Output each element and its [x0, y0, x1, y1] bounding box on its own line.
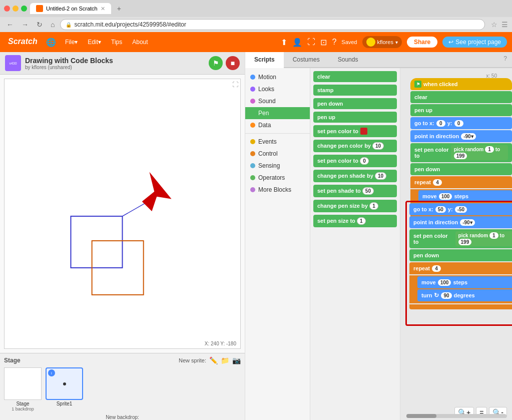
- turn2-degrees[interactable]: 90: [441, 292, 451, 299]
- share-button[interactable]: Share: [407, 37, 437, 48]
- compact-icon[interactable]: ⊡: [320, 38, 327, 47]
- block-when-clicked[interactable]: ⚑ when clicked: [410, 78, 512, 90]
- goto-y-input[interactable]: 0: [454, 120, 463, 127]
- block-pen-down2[interactable]: pen down: [409, 249, 512, 261]
- paint-sprite-icon[interactable]: ✏️: [209, 356, 218, 364]
- random2-max[interactable]: 199: [458, 239, 472, 245]
- block-move2[interactable]: move 100 steps: [417, 276, 512, 288]
- edit-menu[interactable]: Edit▾: [84, 37, 105, 48]
- change-color-input[interactable]: 10: [372, 142, 384, 150]
- tab-sounds[interactable]: Sounds: [329, 52, 367, 67]
- random-min[interactable]: 1: [485, 146, 494, 153]
- tab-costumes[interactable]: Costumes: [284, 52, 329, 67]
- help-icon[interactable]: ?: [332, 38, 336, 47]
- block-goto-0-0[interactable]: go to x: 0 y: 0: [410, 117, 512, 129]
- fullscreen-icon[interactable]: ⛶: [307, 38, 315, 47]
- category-operators[interactable]: Operators: [245, 172, 310, 184]
- person-icon[interactable]: 👤: [292, 38, 302, 47]
- move2-steps[interactable]: 100: [438, 279, 451, 286]
- palette-pen-down[interactable]: pen down: [313, 98, 397, 109]
- block-pen-up[interactable]: pen up: [410, 104, 512, 116]
- maximize-dot[interactable]: [21, 6, 27, 12]
- upload-icon[interactable]: ⬆: [281, 38, 287, 47]
- block-pen-down[interactable]: pen down: [410, 163, 512, 175]
- palette-set-pen-color[interactable]: set pen color to: [313, 125, 397, 137]
- globe-icon[interactable]: 🌐: [46, 38, 56, 47]
- set-size-input[interactable]: 1: [357, 217, 366, 225]
- menu-icon[interactable]: ☰: [501, 21, 508, 29]
- stage-thumbnail[interactable]: [4, 367, 42, 400]
- bookmark-icon[interactable]: ☆: [491, 21, 497, 29]
- block-set-pen-color[interactable]: set pen color to pick random 1 to 199: [410, 143, 512, 162]
- scrollbar-thumb[interactable]: [406, 414, 436, 418]
- camera-sprite-icon[interactable]: 📷: [232, 356, 241, 364]
- tab-close-button[interactable]: ✕: [101, 6, 105, 12]
- green-flag-button[interactable]: ⚑: [209, 56, 223, 70]
- browser-tab[interactable]: Untitled-2 on Scratch ✕: [30, 3, 111, 14]
- random2-min[interactable]: 1: [489, 232, 498, 239]
- script-area[interactable]: x: 50 y: -50 ⚑ when clicked clear pen up…: [400, 68, 512, 420]
- block-move-100[interactable]: move 100 steps: [418, 190, 512, 202]
- sprite1-thumbnail[interactable]: i: [46, 367, 83, 400]
- see-project-button[interactable]: ↩ See project page: [442, 37, 507, 48]
- tips-menu[interactable]: Tips: [107, 37, 126, 48]
- set-shade-input[interactable]: 50: [362, 187, 374, 195]
- palette-stamp[interactable]: stamp: [313, 85, 397, 96]
- category-control[interactable]: Control: [245, 148, 310, 160]
- pick-random-block2[interactable]: pick random 1 to 199: [455, 231, 512, 246]
- palette-set-pen-size[interactable]: set pen size to 1: [313, 215, 397, 227]
- direction-input[interactable]: -90▾: [461, 133, 475, 140]
- repeat2-input[interactable]: 4: [432, 265, 441, 272]
- category-events[interactable]: Events: [245, 136, 310, 148]
- stop-button[interactable]: ■: [226, 56, 240, 70]
- palette-change-pen-color[interactable]: change pen color by 10: [313, 140, 397, 152]
- close-dot[interactable]: [4, 6, 10, 12]
- change-shade-input[interactable]: 10: [375, 172, 386, 180]
- forward-button[interactable]: →: [19, 20, 31, 30]
- refresh-button[interactable]: ↻: [34, 20, 45, 30]
- block-point-dir2[interactable]: point in direction -90▾: [409, 216, 512, 228]
- pick-random-block[interactable]: pick random 1 to 199: [451, 145, 508, 160]
- new-tab-button[interactable]: +: [114, 4, 124, 14]
- goto2-x[interactable]: 50: [435, 206, 446, 213]
- set-color-input[interactable]: 0: [360, 157, 369, 165]
- block-goto-50-50[interactable]: go to x: 50 y: -50: [409, 203, 512, 215]
- category-more-blocks[interactable]: More Blocks: [245, 184, 310, 196]
- goto-x-input[interactable]: 0: [436, 120, 445, 127]
- expand-icon[interactable]: ⛶: [232, 81, 238, 88]
- dir2-input[interactable]: -90▾: [460, 219, 474, 226]
- goto2-y[interactable]: -50: [455, 206, 467, 213]
- move-steps[interactable]: 100: [439, 193, 452, 200]
- palette-set-pen-shade[interactable]: set pen shade to 50: [313, 185, 397, 197]
- file-menu[interactable]: File▾: [61, 37, 82, 48]
- palette-change-pen-shade[interactable]: change pen shade by 10: [313, 170, 397, 182]
- script-scrollbar[interactable]: [406, 414, 506, 418]
- upload-sprite-icon[interactable]: 📁: [221, 356, 229, 364]
- back-button[interactable]: ←: [4, 20, 16, 30]
- palette-pen-up[interactable]: pen up: [313, 112, 397, 123]
- palette-set-pen-color2[interactable]: set pen color to 0: [313, 155, 397, 167]
- palette-change-pen-size[interactable]: change pen size by 1: [313, 200, 397, 212]
- block-turn2[interactable]: turn ↻ 90 degrees: [417, 289, 512, 301]
- block-repeat2[interactable]: repeat 4: [409, 262, 512, 274]
- category-motion[interactable]: Motion: [245, 71, 310, 83]
- random-max[interactable]: 199: [454, 153, 467, 159]
- minimize-dot[interactable]: [13, 6, 19, 12]
- category-sensing[interactable]: Sensing: [245, 160, 310, 172]
- home-button[interactable]: ⌂: [48, 20, 57, 30]
- repeat-input[interactable]: 4: [433, 179, 442, 186]
- block-point-direction[interactable]: point in direction -90▾: [410, 130, 512, 142]
- user-menu[interactable]: kflores ▾: [362, 36, 402, 48]
- scratch-logo[interactable]: Scratch: [5, 35, 41, 50]
- help-button[interactable]: ?: [498, 52, 512, 67]
- tab-scripts[interactable]: Scripts: [245, 52, 284, 68]
- block-set-pen-color2[interactable]: set pen color to pick random 1 to 199: [409, 229, 512, 248]
- category-sound[interactable]: Sound: [245, 95, 310, 107]
- palette-clear[interactable]: clear: [313, 71, 397, 82]
- block-repeat-4[interactable]: repeat 4: [410, 176, 512, 188]
- change-size-input[interactable]: 1: [369, 202, 378, 210]
- category-looks[interactable]: Looks: [245, 83, 310, 95]
- address-bar[interactable]: 🔒 scratch.mit.edu/projects/42599958/#edi…: [60, 19, 485, 30]
- category-pen[interactable]: Pen: [245, 107, 310, 119]
- category-data[interactable]: Data: [245, 119, 310, 131]
